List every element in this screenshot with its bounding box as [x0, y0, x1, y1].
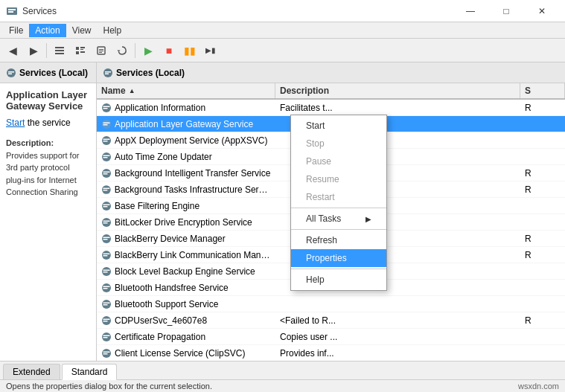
title-bar-left: Services [6, 5, 57, 17]
forward-button[interactable]: ▶ [24, 41, 43, 60]
cell-description: Copies user ... [275, 331, 520, 343]
table-row[interactable]: CDPUserSvc_4e607e8<Failed to R...R [97, 312, 565, 329]
cell-description: <Failed to R... [275, 315, 520, 327]
cell-name: CDPUserSvc_4e607e8 [97, 315, 275, 327]
svg-rect-29 [103, 138, 110, 140]
cell-name-text: BitLocker Drive Encryption Service [115, 217, 252, 228]
cell-status [520, 140, 565, 141]
right-panel-header: Services (Local) [97, 62, 565, 83]
table-row[interactable]: Application InformationFacilitates t...R [97, 100, 565, 116]
play-button[interactable]: ▶ [138, 41, 158, 60]
tab-extended[interactable]: Extended [3, 364, 60, 379]
table-row[interactable]: Client License Service (ClipSVC)Provides… [97, 345, 565, 361]
svg-rect-45 [103, 222, 108, 224]
cm-stop-label: Stop [306, 138, 325, 149]
maximize-button[interactable]: □ [489, 0, 523, 22]
properties-button[interactable] [92, 41, 111, 60]
svg-rect-27 [103, 124, 108, 126]
cell-status [520, 205, 565, 207]
svg-rect-65 [103, 335, 110, 336]
cell-status: R [520, 102, 565, 114]
cm-refresh[interactable]: Refresh [291, 231, 386, 249]
tab-standard[interactable]: Standard [62, 364, 118, 380]
menu-help[interactable]: Help [98, 24, 128, 37]
toolbar-separator-2 [135, 43, 135, 58]
svg-rect-51 [103, 255, 107, 256]
cm-pause[interactable]: Pause [291, 152, 386, 170]
col-header-description[interactable]: Description [275, 83, 520, 98]
svg-point-16 [7, 68, 16, 77]
cm-arrow-icon: ▶ [366, 215, 371, 223]
cm-start-label: Start [306, 121, 325, 131]
cell-name: BitLocker Drive Encryption Service [97, 216, 275, 228]
context-menu: Start Stop Pause Resume Restart All Task… [290, 115, 387, 291]
back-button[interactable]: ◀ [3, 41, 22, 60]
svg-rect-57 [103, 288, 108, 289]
table-row[interactable]: Certificate PropagationCopies user ... [97, 329, 565, 345]
svg-rect-53 [103, 269, 110, 271]
service-row-icon [101, 299, 112, 309]
minimize-button[interactable]: ― [453, 0, 488, 22]
menu-action[interactable]: Action [29, 24, 66, 37]
svg-rect-17 [8, 71, 14, 73]
svg-rect-62 [103, 318, 110, 320]
svg-rect-38 [103, 187, 109, 188]
cell-description: Provides inf... [275, 347, 520, 359]
svg-rect-36 [103, 173, 108, 175]
left-panel-content: Application Layer Gateway Service Start … [0, 83, 96, 361]
cm-resume[interactable]: Resume [291, 170, 386, 188]
svg-rect-21 [105, 73, 109, 74]
menu-view[interactable]: View [66, 24, 98, 37]
view-list-button[interactable] [50, 41, 69, 60]
svg-rect-42 [103, 206, 108, 208]
cell-status [520, 303, 565, 305]
cm-start[interactable]: Start [291, 117, 386, 135]
cell-name-text: Application Layer Gateway Service [115, 119, 253, 129]
cm-pause-label: Pause [306, 156, 331, 167]
col-header-name[interactable]: Name ▲ [97, 83, 275, 98]
service-row-icon [101, 234, 112, 244]
cell-status [520, 336, 565, 338]
cell-name: Block Level Backup Engine Service [97, 266, 275, 277]
services-right-icon [103, 68, 113, 78]
cell-status [520, 123, 565, 125]
menu-file[interactable]: File [3, 24, 29, 37]
table-row[interactable]: Bluetooth Support Service [97, 296, 565, 312]
close-button[interactable]: ✕ [525, 0, 559, 22]
col-header-status[interactable]: S [520, 83, 565, 98]
cm-all-tasks[interactable]: All Tasks ▶ [291, 210, 386, 228]
svg-rect-56 [103, 286, 110, 287]
bottom-area: Extended Standard Opens the properties d… [0, 361, 565, 392]
main-area: Services (Local) Application Layer Gatew… [0, 62, 565, 361]
left-panel-header: Services (Local) [0, 62, 96, 83]
refresh-button[interactable] [112, 41, 132, 60]
svg-marker-15 [118, 50, 121, 52]
description-label: Description: [6, 138, 54, 147]
cm-properties[interactable]: Properties [291, 249, 386, 267]
stop-button[interactable]: ■ [159, 41, 179, 60]
svg-rect-30 [103, 141, 108, 142]
cell-name-text: Background Tasks Infrastructure Service [115, 184, 271, 195]
cell-status: R [520, 233, 565, 245]
svg-rect-63 [103, 321, 108, 322]
cell-name: BlackBerry Device Manager [97, 233, 275, 245]
cm-help[interactable]: Help [291, 271, 386, 289]
pause-button[interactable]: ▮▮ [180, 41, 199, 60]
cell-status: R [520, 167, 565, 179]
svg-rect-4 [55, 50, 64, 51]
start-service-link[interactable]: Start [6, 118, 25, 128]
cm-restart[interactable]: Restart [291, 188, 386, 206]
svg-point-19 [103, 68, 112, 77]
cm-stop[interactable]: Stop [291, 135, 386, 152]
cell-name-text: CDPUserSvc_4e607e8 [115, 315, 207, 326]
restart-button[interactable]: ▶▮ [201, 41, 220, 60]
view-detail-button[interactable] [71, 41, 90, 60]
cell-name: Background Tasks Infrastructure Service [97, 184, 275, 196]
col-status-label: S [525, 86, 531, 96]
service-row-icon [101, 184, 112, 195]
cell-name: Application Information [97, 102, 275, 114]
cell-name-text: Background Intelligent Transfer Service [115, 168, 270, 179]
left-panel: Services (Local) Application Layer Gatew… [0, 62, 97, 361]
cell-status: R [520, 249, 565, 261]
title-bar-controls: ― □ ✕ [453, 0, 559, 22]
